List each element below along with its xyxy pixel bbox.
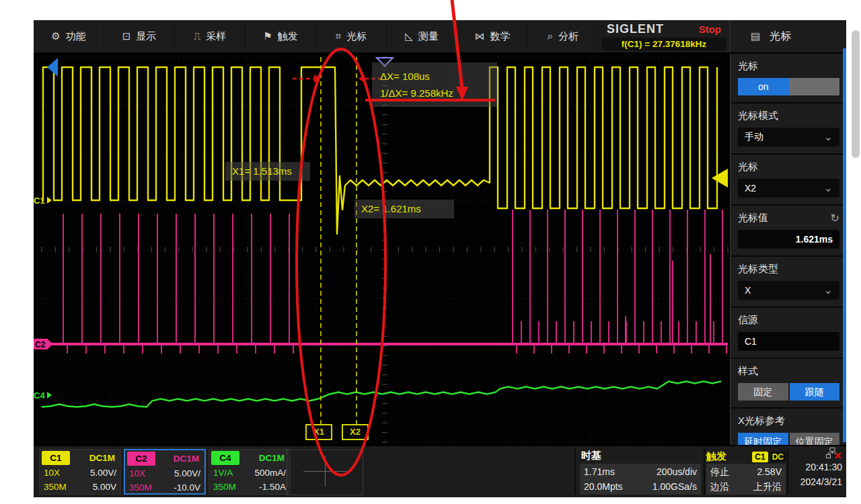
cursor-x1-readout: X1= 1.513ms bbox=[225, 162, 310, 181]
clock-date: 2024/3/21 bbox=[790, 474, 842, 489]
bandwidth-limit: 350M bbox=[129, 480, 152, 495]
channel-coupling: DC1M bbox=[155, 452, 202, 466]
acquisition-status[interactable]: Stop bbox=[699, 24, 721, 35]
frequency-readout: f(C1) = 27.37618kHz bbox=[601, 38, 726, 50]
cursor-x2-readout: X2= 1.621ms bbox=[354, 200, 454, 218]
cursor-value-field[interactable]: 1.621ms bbox=[738, 230, 839, 249]
vertical-scale: 500mA/ bbox=[254, 466, 286, 480]
measure-icon: ◺ bbox=[405, 30, 413, 42]
cursor-type-dropdown[interactable]: X ⌄ bbox=[738, 281, 839, 300]
cursor-mode-dropdown[interactable]: 手动 ⌄ bbox=[738, 128, 839, 146]
timebase-title: 时基 bbox=[580, 449, 701, 464]
oscilloscope-screen: ⚙功能 ⊡显示 ⎍采样 ⚑触发 ⌗光标 ◺测量 ⋈数学 ⌕分析 SIGLENT … bbox=[34, 20, 846, 497]
timebase-block[interactable]: 时基 1.71ms200us/div 20.0Mpts1.00GSa/s bbox=[580, 449, 701, 495]
menu-item-measure[interactable]: ◺测量 bbox=[387, 20, 457, 52]
crosshair-icon bbox=[303, 471, 348, 472]
acquire-icon: ⎍ bbox=[194, 30, 201, 42]
cursor-settings-panel: 光标 on 光标模式 手动 ⌄ 光标 X2 ⌄ 光标值 ↻ 1 bbox=[730, 54, 846, 445]
cursor-type-value: X bbox=[745, 285, 751, 296]
channel-descriptor-c1[interactable]: C1 DC1M 10X5.00V/ 350M5.00V bbox=[39, 449, 121, 495]
menu-bar: ⚙功能 ⊡显示 ⎍采样 ⚑触发 ⌗光标 ◺测量 ⋈数学 ⌕分析 SIGLENT … bbox=[34, 20, 846, 54]
trigger-block[interactable]: 触发 C1DC 停止2.58V 边沿上升沿 bbox=[706, 449, 786, 495]
trigger-coupling-badge: DC bbox=[770, 452, 786, 462]
channel-name-badge: C1 bbox=[42, 451, 70, 465]
siglent-logo: SIGLENT bbox=[607, 22, 664, 36]
source-field[interactable]: C1 bbox=[738, 332, 839, 351]
menu-item-cursors[interactable]: ⌗光标 bbox=[316, 20, 387, 52]
inverse-delta-x-value: 1/ΔX= 9.258kHz bbox=[380, 85, 489, 101]
cursor-grid-icon: ⌗ bbox=[336, 30, 341, 42]
cursor-x2-handle[interactable]: X2 bbox=[342, 424, 369, 440]
crosshair-icon bbox=[325, 456, 326, 487]
style-fixed-button[interactable]: 固定 bbox=[738, 383, 788, 401]
timebase-delay: 1.71ms bbox=[584, 464, 615, 479]
chevron-down-icon: ⌄ bbox=[824, 185, 833, 192]
refresh-icon[interactable]: ↻ bbox=[831, 212, 839, 224]
empty-channel-slot[interactable] bbox=[287, 450, 363, 495]
menu-item-math[interactable]: ⋈数学 bbox=[457, 20, 528, 52]
probe-attenuation: 1V/A bbox=[213, 466, 233, 480]
divider bbox=[574, 449, 576, 495]
menu-item-label: 显示 bbox=[136, 30, 156, 43]
cursor-mode-label: 光标模式 bbox=[738, 110, 778, 122]
section-cursor-value: 光标值 ↻ 1.621ms bbox=[731, 206, 846, 257]
section-cursor-type: 光标类型 X ⌄ bbox=[731, 257, 846, 308]
menu-item-function[interactable]: ⚙功能 bbox=[34, 20, 104, 52]
cursor-select-dropdown[interactable]: X2 ⌄ bbox=[738, 179, 839, 198]
network-disconnected-icon bbox=[790, 448, 842, 460]
x-ref-label: X光标参考 bbox=[738, 415, 785, 427]
delta-x-value: ΔX= 108us bbox=[380, 68, 489, 85]
menu-item-acquire[interactable]: ⎍采样 bbox=[175, 20, 246, 52]
display-icon: ⊡ bbox=[122, 30, 131, 42]
source-label: 信源 bbox=[738, 314, 758, 327]
trigger-flag-icon: ⚑ bbox=[263, 30, 272, 42]
probe-attenuation: 10X bbox=[44, 466, 60, 480]
menu-item-label: 测量 bbox=[418, 30, 439, 43]
menu-item-analysis[interactable]: ⌕分析 bbox=[528, 20, 599, 52]
vertical-scale: 5.00V/ bbox=[174, 466, 200, 480]
menu-item-display[interactable]: ⊡显示 bbox=[104, 20, 175, 52]
vertical-scale: 5.00V/ bbox=[90, 466, 116, 480]
channel-name-badge: C4 bbox=[211, 451, 239, 465]
cursor-x1-handle[interactable]: X1 bbox=[305, 424, 332, 440]
toggle-on-segment[interactable]: on bbox=[738, 78, 789, 95]
section-cursor-mode: 光标模式 手动 ⌄ bbox=[731, 103, 846, 155]
trigger-status: 停止 bbox=[710, 464, 729, 479]
menu-item-label: 采样 bbox=[206, 30, 226, 43]
bandwidth-limit: 350M bbox=[213, 480, 236, 494]
menu-item-label: 光标 bbox=[346, 30, 367, 43]
cursor-switch-label: 光标 bbox=[738, 60, 758, 73]
browser-scrollbar-thumb[interactable] bbox=[852, 30, 860, 158]
math-icon: ⋈ bbox=[475, 30, 485, 42]
channel-coupling: DC1M bbox=[239, 451, 288, 465]
menu-item-label: 触发 bbox=[278, 30, 298, 43]
panel-scroll-indicator[interactable] bbox=[843, 48, 846, 442]
status-bar: C1 DC1M 10X5.00V/ 350M5.00V C2 DC1M 10X5… bbox=[34, 445, 846, 497]
sample-rate: 1.00GSa/s bbox=[652, 479, 697, 494]
section-cursor-select: 光标 X2 ⌄ bbox=[731, 155, 846, 206]
cursor-mode-value: 手动 bbox=[745, 131, 763, 143]
timebase-scale: 200us/div bbox=[657, 464, 697, 479]
waveform-area[interactable]: C1C2C4 ΔX= 108us 1/ΔX= 9.258kHz X1= 1.51… bbox=[34, 54, 730, 445]
channel-descriptor-c2[interactable]: C2 DC1M 10X5.00V/ 350M-10.0V bbox=[124, 449, 206, 495]
cursor-select-value: X2 bbox=[745, 183, 756, 194]
cursor-on-toggle[interactable]: on bbox=[738, 78, 839, 95]
style-follow-button[interactable]: 跟随 bbox=[790, 383, 840, 401]
clipboard-icon: ▤ bbox=[751, 30, 760, 42]
trigger-level: 2.58V bbox=[757, 464, 782, 479]
channel-descriptor-c4[interactable]: C4 DC1M 1V/A500mA/ 350M-1.50A bbox=[209, 449, 291, 495]
memory-depth: 20.0Mpts bbox=[584, 479, 623, 494]
divider bbox=[704, 449, 705, 495]
panel-title: 光标 bbox=[770, 30, 791, 44]
clock-block: 20:41:30 2024/3/21 bbox=[790, 448, 842, 489]
section-style: 样式 固定 跟随 bbox=[731, 359, 846, 409]
chevron-down-icon: ⌄ bbox=[824, 134, 833, 140]
menu-item-trigger[interactable]: ⚑触发 bbox=[246, 20, 316, 52]
toggle-off-segment[interactable] bbox=[789, 78, 840, 95]
trigger-type: 边沿 bbox=[710, 479, 729, 494]
section-cursor-switch: 光标 on bbox=[731, 54, 846, 103]
gear-icon: ⚙ bbox=[51, 30, 60, 42]
analysis-icon: ⌕ bbox=[548, 30, 553, 42]
section-source: 信源 C1 bbox=[731, 308, 846, 359]
divider bbox=[787, 449, 788, 495]
